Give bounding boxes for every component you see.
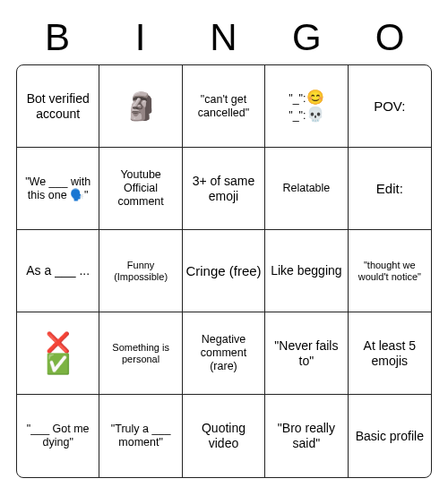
bingo-cell[interactable]: "___ Got me dying" xyxy=(17,395,99,477)
bingo-cell[interactable]: As a ___ ... xyxy=(17,230,99,312)
bingo-cell[interactable]: ❌✅ xyxy=(17,312,99,395)
bingo-cell[interactable]: 🗿 xyxy=(99,65,182,148)
bingo-cell[interactable]: Relatable xyxy=(265,148,348,230)
header-letter: B xyxy=(16,16,99,59)
bingo-grid: Bot verified account🗿"can't get cancelle… xyxy=(16,64,432,478)
header-letter: O xyxy=(349,16,432,59)
bingo-cell[interactable]: POV: xyxy=(349,65,431,148)
bingo-cell[interactable]: Basic profile xyxy=(349,395,431,477)
bingo-cell[interactable]: Quoting video xyxy=(183,395,265,477)
bingo-cell[interactable]: "Truly a ___ moment" xyxy=(99,395,182,477)
header-letter: N xyxy=(183,16,266,59)
bingo-cell[interactable]: "Bro really said" xyxy=(265,395,348,477)
bingo-header: B I N G O xyxy=(16,16,432,59)
bingo-cell[interactable]: "We ___ with this one 🗣️" xyxy=(17,148,99,230)
bingo-cell[interactable]: Something is personal xyxy=(99,312,182,395)
header-letter: G xyxy=(265,16,349,59)
bingo-cell[interactable]: At least 5 emojis xyxy=(349,312,431,395)
bingo-cell[interactable]: "Never fails to" xyxy=(265,312,348,395)
bingo-cell[interactable]: 3+ of same emoji xyxy=(183,148,265,230)
bingo-cell[interactable]: Negative comment (rare) xyxy=(183,312,265,395)
bingo-cell[interactable]: "can't get cancelled" xyxy=(183,65,265,148)
bingo-cell[interactable]: Like begging xyxy=(265,230,348,312)
bingo-cell[interactable]: Edit: xyxy=(349,148,431,230)
bingo-cell[interactable]: Youtube Official comment xyxy=(99,148,182,230)
bingo-cell[interactable]: Cringe (free) xyxy=(183,230,265,312)
bingo-card: B I N G O Bot verified account🗿"can't ge… xyxy=(16,16,432,478)
bingo-cell[interactable]: Bot verified account xyxy=(17,65,99,148)
bingo-cell[interactable]: "_":😊"_":💀 xyxy=(265,65,348,148)
header-letter: I xyxy=(99,16,183,59)
bingo-cell[interactable]: Funny (Impossible) xyxy=(99,230,182,312)
bingo-cell[interactable]: "thought we would't notice" xyxy=(349,230,431,312)
